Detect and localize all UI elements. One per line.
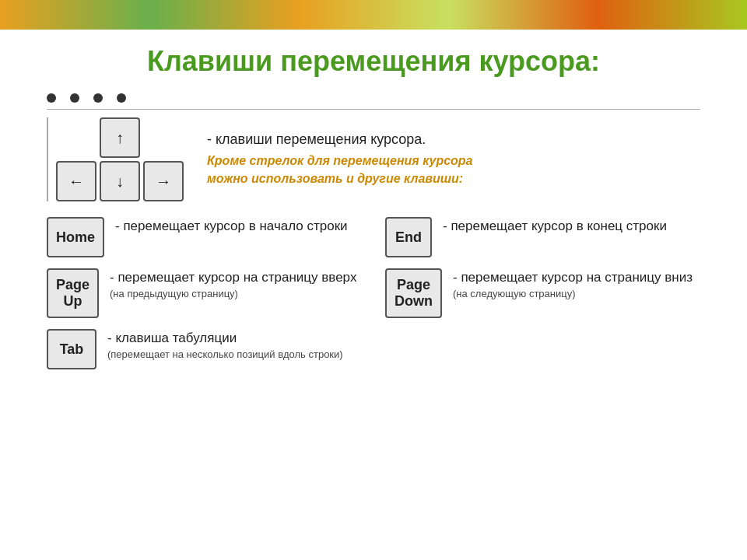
key-right: → (143, 161, 184, 201)
pagedown-entry: Page Down - перемещает курсор на страниц… (385, 268, 700, 318)
arrows-section: ↑ ← ↓ → - клавиши перемещения курсора. К… (47, 117, 700, 201)
dots-line (47, 93, 700, 110)
arrows-text: - клавиши перемещения курсора. Кроме стр… (207, 131, 700, 187)
key-left: ← (56, 161, 96, 201)
arrows-note: Кроме стрелок для перемещения курсорамож… (207, 152, 700, 187)
pageup-small: (на предыдущую страницу) (110, 287, 356, 301)
keys-row-2: Page Up - перемещает курсор на страницу … (47, 268, 700, 318)
arrow-middle-row: ← ↓ → (56, 161, 184, 201)
dot-4 (117, 93, 126, 103)
arrows-desc: - клавиши перемещения курсора. (207, 131, 700, 148)
dot-2 (70, 93, 79, 103)
pageup-desc: - перемещает курсор на страницу вверх (110, 268, 356, 287)
dot-1 (47, 93, 56, 103)
pagedown-desc-block: - перемещает курсор на страницу вниз (на… (453, 268, 693, 301)
tab-desc: - клавиша табуляции (107, 329, 343, 348)
top-banner (0, 0, 747, 30)
pagedown-key: Page Down (385, 268, 442, 318)
keys-grid: Home - перемещает курсор в начало строки… (47, 217, 700, 369)
home-entry: Home - перемещает курсор в начало строки (47, 217, 362, 257)
tab-entry: Tab - клавиша табуляции (перемещает на н… (47, 329, 700, 369)
pageup-desc-block: - перемещает курсор на страницу вверх (н… (110, 268, 356, 301)
tab-desc-block: - клавиша табуляции (перемещает на неско… (107, 329, 343, 362)
tab-key: Tab (47, 329, 96, 369)
pageup-key: Page Up (47, 268, 99, 318)
pageup-entry: Page Up - перемещает курсор на страницу … (47, 268, 362, 318)
arrow-keys-container: ↑ ← ↓ → (56, 117, 184, 201)
end-entry: End - перемещает курсор в конец строки (385, 217, 700, 257)
keys-row-1: Home - перемещает курсор в начало строки… (47, 217, 700, 257)
arrow-up-row: ↑ (100, 117, 140, 158)
home-key: Home (47, 217, 104, 257)
home-desc: - перемещает курсор в начало строки (115, 217, 348, 236)
end-key: End (385, 217, 432, 257)
pagedown-desc: - перемещает курсор на страницу вниз (453, 268, 693, 287)
page-title: Клавиши перемещения курсора: (47, 45, 700, 78)
end-desc: - перемещает курсор в конец строки (443, 217, 667, 236)
key-down: ↓ (100, 161, 140, 201)
keys-row-3: Tab - клавиша табуляции (перемещает на н… (47, 329, 700, 369)
tab-small: (перемещает на несколько позиций вдоль с… (107, 348, 343, 362)
pagedown-small: (на следующую страницу) (453, 287, 693, 301)
dot-3 (93, 93, 103, 103)
key-up: ↑ (100, 117, 140, 158)
